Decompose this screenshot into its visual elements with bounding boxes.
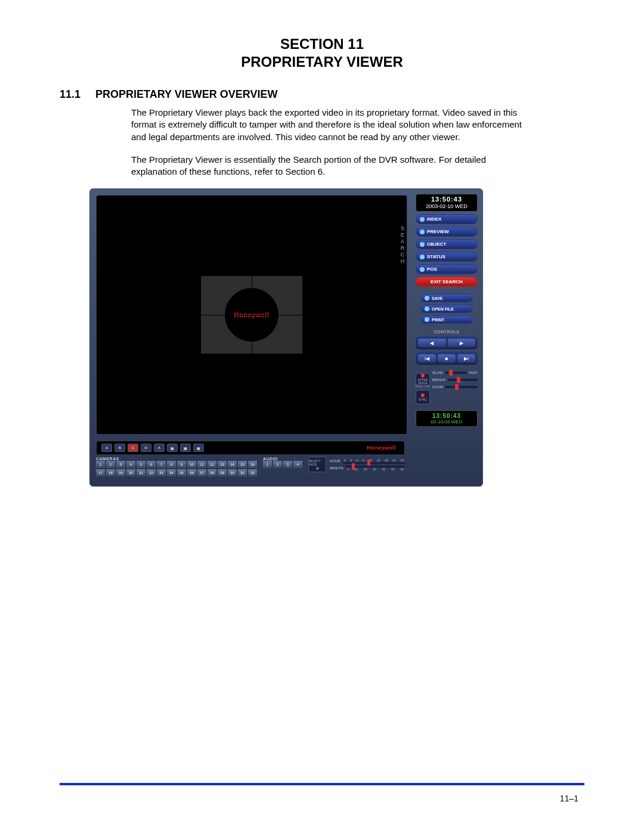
exit-label: EXIT SEARCH — [420, 279, 473, 284]
indicator-icon — [420, 267, 425, 272]
layout-grid-button-1[interactable]: ▦ — [167, 444, 178, 452]
playback-date: 02-10-03 WED — [416, 419, 477, 425]
brand-label: Honeywell — [367, 445, 400, 451]
camera-button-8[interactable]: 8 — [167, 461, 176, 468]
camera-button-2[interactable]: 2 — [106, 461, 115, 468]
playback-time: 13:50:43 — [416, 413, 477, 419]
camera-button-27[interactable]: 27 — [197, 469, 206, 476]
play-reverse-button[interactable]: ◀ — [418, 339, 446, 347]
camera-button-32[interactable]: 32 — [248, 469, 257, 476]
camera-button-28[interactable]: 28 — [208, 469, 216, 476]
paragraph-1: The Proprietary Viewer plays back the ex… — [131, 107, 531, 143]
select-date-button[interactable]: SELECT DATE▦ — [308, 457, 326, 472]
indicator-icon — [420, 242, 425, 247]
camera-button-1[interactable]: 1 — [96, 461, 105, 468]
controls-label: CONTROLS — [416, 330, 478, 334]
camera-button-30[interactable]: 30 — [228, 469, 237, 476]
after-image-removal-button[interactable]: AFTER IMAGE REMOVAL — [416, 373, 430, 388]
stop-button[interactable]: ■ — [438, 354, 456, 363]
camera-button-20[interactable]: 20 — [126, 469, 135, 476]
audio-button-1[interactable]: 1 — [263, 461, 272, 468]
save-button[interactable]: SAVE — [420, 294, 473, 302]
preview-button[interactable]: PREVIEW — [416, 227, 478, 237]
camera-button-16[interactable]: 16 — [248, 461, 257, 468]
camera-button-10[interactable]: 10 — [187, 461, 196, 468]
camera-button-19[interactable]: 19 — [116, 469, 125, 476]
save-label: SAVE — [432, 296, 443, 301]
pos-button[interactable]: POS — [416, 264, 478, 274]
bright-slider[interactable]: BRIGHT — [432, 378, 478, 382]
camera-button-21[interactable]: 21 — [137, 469, 145, 476]
camera-button-23[interactable]: 23 — [157, 469, 166, 476]
hour-label: HOUR — [330, 459, 340, 463]
camera-button-6[interactable]: 6 — [147, 461, 156, 468]
audio-button-4[interactable]: 4 — [293, 461, 302, 468]
open-file-button[interactable]: OPEN FILE — [420, 305, 473, 313]
camera-button-5[interactable]: 5 — [137, 461, 145, 468]
tick-label: 50 — [391, 467, 395, 471]
layout-button-a[interactable]: A — [101, 444, 112, 452]
step-forward-button[interactable]: ▶I — [457, 354, 475, 363]
camera-button-25[interactable]: 25 — [177, 469, 186, 476]
object-label: OBJECT — [427, 241, 446, 247]
zoom-slider[interactable]: ZOOM — [432, 385, 478, 389]
layout-grid-button-3[interactable]: ▦ — [193, 444, 204, 452]
camera-button-26[interactable]: 26 — [187, 469, 196, 476]
play-forward-button[interactable]: ▶ — [448, 339, 476, 347]
camera-button-9[interactable]: 9 — [177, 461, 186, 468]
step-back-button[interactable]: I◀ — [418, 354, 436, 363]
indicator-icon — [425, 296, 429, 301]
open-label: OPEN FILE — [432, 307, 454, 311]
indicator-icon — [420, 230, 425, 234]
tick-label: 20 — [364, 467, 367, 471]
layout-button-b[interactable]: B — [114, 444, 125, 452]
camera-button-15[interactable]: 15 — [238, 461, 247, 468]
audio-button-2[interactable]: 2 — [273, 461, 282, 468]
exit-search-button[interactable]: EXIT SEARCH — [416, 277, 478, 287]
logo-circle: Honeywell — [225, 288, 278, 342]
minute-label: MINUTE — [330, 466, 343, 470]
status-button[interactable]: STATUS — [416, 252, 478, 262]
sync-label: SYNC — [419, 398, 427, 401]
footer-rule — [60, 783, 584, 785]
search-vertical-label: SEARCH — [400, 225, 405, 265]
camera-button-4[interactable]: 4 — [126, 461, 135, 468]
speed-slider[interactable]: SLOWFAST — [432, 371, 478, 374]
camera-button-7[interactable]: 7 — [157, 461, 166, 468]
record-icon — [421, 394, 425, 397]
indicator-icon — [425, 306, 429, 311]
audio-button-3[interactable]: 3 — [283, 461, 292, 468]
camera-button-14[interactable]: 14 — [228, 461, 237, 468]
object-button[interactable]: OBJECT — [416, 239, 478, 249]
layout-button-c[interactable]: C — [128, 444, 138, 452]
subsection-number: 11.1 — [60, 88, 95, 101]
pos-label: POS — [427, 267, 437, 272]
playback-clock: 13:50:43 02-10-03 WED — [416, 410, 478, 427]
minute-slider[interactable] — [346, 466, 405, 467]
camera-button-24[interactable]: 24 — [167, 469, 176, 476]
layout-buttons-row: A B C D A ▦ ▦ ▦ Honeywell — [96, 441, 405, 454]
paragraph-2: The Proprietary Viewer is essentially th… — [131, 154, 531, 178]
camera-button-3[interactable]: 3 — [116, 461, 125, 468]
camera-button-22[interactable]: 22 — [147, 469, 156, 476]
print-label: PRINT — [432, 318, 444, 322]
camera-button-29[interactable]: 29 — [218, 469, 227, 476]
camera-buttons: 12345678910111213141516 1718192021222324… — [96, 461, 257, 476]
camera-button-13[interactable]: 13 — [218, 461, 227, 468]
slow-label: SLOW — [432, 371, 443, 374]
camera-button-18[interactable]: 18 — [106, 469, 115, 476]
print-button[interactable]: PRINT — [420, 315, 473, 324]
clock-date: 2003-02-10 WED — [416, 203, 477, 210]
camera-button-11[interactable]: 11 — [197, 461, 206, 468]
layout-button-d[interactable]: D — [141, 444, 151, 452]
camera-button-17[interactable]: 17 — [96, 469, 105, 476]
proprietary-viewer-screenshot: SEARCH Honeywell 13:50:43 2003-02-10 WED… — [89, 188, 483, 487]
layout-button-a2[interactable]: A — [154, 444, 165, 452]
camera-button-31[interactable]: 31 — [238, 469, 247, 476]
layout-grid-button-2[interactable]: ▦ — [180, 444, 191, 452]
section-line: SECTION 11 — [60, 36, 584, 52]
tick-label: 0 — [347, 467, 349, 471]
sync-button[interactable]: SYNC — [416, 390, 430, 404]
index-button[interactable]: INDEX — [416, 214, 478, 224]
camera-button-12[interactable]: 12 — [208, 461, 216, 468]
